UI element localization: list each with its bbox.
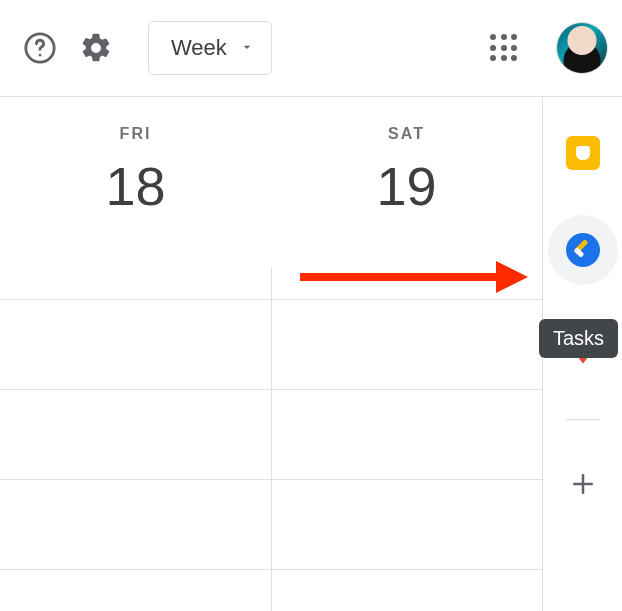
settings-button[interactable] [74, 26, 118, 70]
day-abbr: FRI [120, 125, 152, 143]
grid-line [0, 569, 542, 570]
day-number: 19 [376, 155, 436, 217]
keep-button[interactable] [555, 125, 611, 181]
tasks-tooltip: Tasks [539, 319, 618, 358]
tooltip-text: Tasks [553, 327, 604, 349]
caret-down-icon [239, 35, 255, 61]
help-button[interactable] [18, 26, 62, 70]
side-panel-divider [566, 419, 600, 420]
tasks-icon [566, 233, 600, 267]
grid-vertical-line [271, 267, 272, 611]
grid-line [0, 389, 542, 390]
calendar-grid: FRI 18 SAT 19 [0, 97, 542, 611]
google-apps-button[interactable] [482, 26, 526, 70]
day-headers: FRI 18 SAT 19 [0, 97, 542, 277]
apps-grid-icon [490, 34, 518, 62]
add-addon-button[interactable] [563, 464, 603, 504]
svg-point-1 [39, 54, 42, 57]
main-area: FRI 18 SAT 19 [0, 97, 622, 611]
top-toolbar: Week [0, 0, 622, 96]
time-grid[interactable] [0, 277, 542, 611]
tasks-button[interactable] [548, 215, 618, 285]
keep-icon [566, 136, 600, 170]
day-column-sat[interactable]: SAT 19 [271, 97, 542, 277]
grid-line [0, 299, 542, 300]
day-column-fri[interactable]: FRI 18 [0, 97, 271, 277]
day-number: 18 [105, 155, 165, 217]
side-panel: Tasks [542, 97, 622, 611]
view-selector-label: Week [171, 35, 227, 61]
day-abbr: SAT [388, 125, 425, 143]
account-avatar[interactable] [556, 22, 608, 74]
view-selector[interactable]: Week [148, 21, 272, 75]
grid-line [0, 479, 542, 480]
